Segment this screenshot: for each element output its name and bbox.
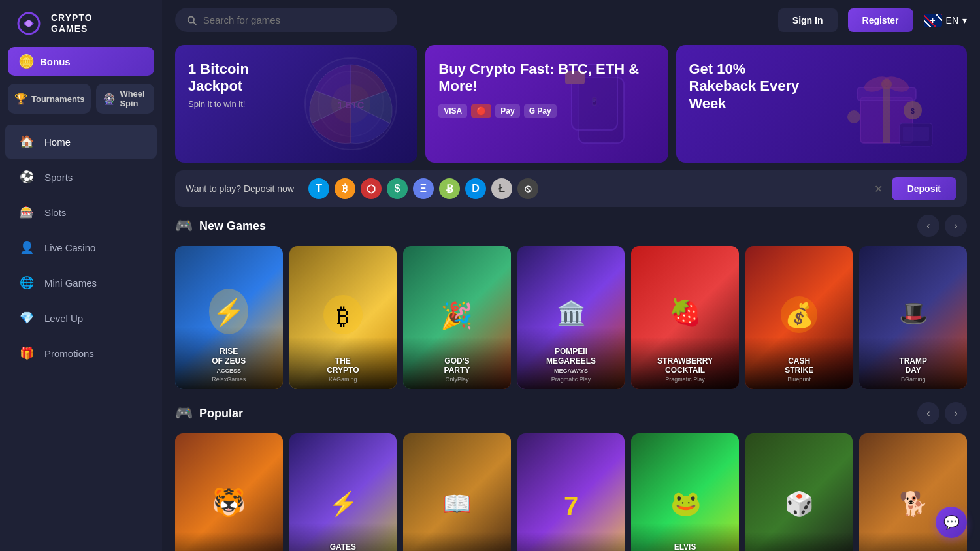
lang-label: EN (946, 15, 958, 25)
header: Sign In Register EN ▾ (162, 0, 980, 40)
bonus-icon: 🪙 (18, 54, 35, 69)
slots-icon: 🎰 (18, 204, 35, 221)
dash-icon: D (465, 178, 486, 199)
logo[interactable]: CRYPTO GAMES (0, 0, 162, 47)
new-games-section: 🎮 New Games ‹ › ⚡ RISEOF ZEUSAccess Rela… (162, 215, 980, 402)
logo-text-line1: CRYPTO (51, 12, 93, 24)
mini-games-icon: 🌐 (18, 274, 35, 291)
google-pay-logo: G Pay (524, 104, 557, 118)
bonus-button[interactable]: 🪙 Bonus (8, 47, 154, 76)
close-icon[interactable]: ✕ (874, 183, 883, 195)
game-card-elvis-frog[interactable]: 🐸 ELVISFROGTRUEWAYS Play (631, 433, 739, 551)
sign-in-button[interactable]: Sign In (778, 8, 838, 32)
popular-prev[interactable]: ‹ (917, 402, 939, 424)
popular-next[interactable]: › (945, 402, 967, 424)
live-casino-label: Live Casino (44, 242, 95, 253)
new-games-title: 🎮 New Games (175, 217, 266, 234)
promotions-icon: 🎁 (18, 345, 35, 362)
slots-label: Slots (44, 207, 66, 218)
visa-logo: VISA (438, 104, 467, 118)
language-button[interactable]: EN ▾ (924, 14, 967, 27)
wheel-spin-label: Wheel Spin (120, 89, 148, 108)
flag-icon (924, 14, 942, 27)
game-card-book-of-dead[interactable]: 📖 BOOKOF DEAD Play (403, 433, 511, 551)
home-icon: 🏠 (18, 133, 35, 150)
new-games-next[interactable]: › (945, 215, 967, 237)
rakeback-title: Get 10%Rakeback EveryWeek (689, 61, 955, 112)
svg-point-1 (25, 20, 32, 27)
new-games-nav: ‹ › (917, 215, 967, 237)
bch-icon: Ƀ (439, 178, 460, 199)
sidebar-item-mini-games[interactable]: 🌐 Mini Games (5, 266, 157, 300)
popular-section: 🎮 Popular ‹ › 🐯 WILDTIGER Play (162, 402, 980, 551)
level-up-label: Level Up (44, 313, 83, 324)
svg-line-3 (193, 22, 196, 24)
tournaments-button[interactable]: 🏆 Tournaments (8, 84, 91, 114)
banners: 1 BitcoinJackpot Spin it to win it! 1 BT… (162, 40, 980, 170)
popular-icon: 🎮 (175, 405, 193, 422)
wheel-spin-button[interactable]: 🎡 Wheel Spin (96, 84, 154, 114)
sidebar: CRYPTO GAMES 🪙 Bonus 🏆 Tournaments 🎡 Whe… (0, 0, 162, 551)
chevron-down-icon: ▾ (962, 15, 967, 25)
sports-icon: ⚽ (18, 168, 35, 185)
mini-games-label: Mini Games (44, 277, 97, 289)
wheel-spin-icon: 🎡 (103, 93, 116, 105)
game-card-olympus[interactable]: ⚡ GATESOF OLYMPUS1000 Play (289, 433, 397, 551)
game-card-cash-strike[interactable]: 💰 CASHSTRIKE Blueprint Play (745, 246, 853, 389)
mastercard-logo: 🔴 (471, 104, 491, 118)
jackpot-banner[interactable]: 1 BitcoinJackpot Spin it to win it! 1 BT… (175, 45, 417, 163)
other-crypto-icon: ⦸ (517, 178, 538, 199)
sports-label: Sports (44, 172, 73, 183)
tournaments-label: Tournaments (31, 94, 84, 104)
search-icon (187, 15, 197, 25)
sidebar-item-slots[interactable]: 🎰 Slots (5, 195, 157, 229)
register-button[interactable]: Register (848, 8, 913, 32)
sidebar-item-level-up[interactable]: 💎 Level Up (5, 301, 157, 335)
main-content: Sign In Register EN ▾ 1 BitcoinJackpot S… (162, 0, 980, 551)
sidebar-item-live-casino[interactable]: 👤 Live Casino (5, 230, 157, 264)
popular-header: 🎮 Popular ‹ › (175, 402, 967, 424)
new-games-label: New Games (199, 219, 266, 233)
popular-nav: ‹ › (917, 402, 967, 424)
eth-icon: Ξ (413, 178, 434, 199)
buy-crypto-title: Buy Crypto Fast: BTC, ETH & More! (438, 61, 655, 95)
buy-crypto-banner[interactable]: Buy Crypto Fast: BTC, ETH & More! VISA 🔴… (425, 45, 668, 163)
deposit-text: Want to play? Deposit now (186, 183, 294, 194)
game-card-lucky7[interactable]: 7 HOTLUCKY 7'S Play (517, 433, 625, 551)
ton2-icon: ⬡ (361, 178, 382, 199)
crypto-icons: T ₿ ⬡ $ Ξ Ƀ D Ł ⦸ (308, 178, 862, 199)
rakeback-banner[interactable]: Get 10%Rakeback EveryWeek $ (676, 45, 968, 163)
sidebar-item-sports[interactable]: ⚽ Sports (5, 160, 157, 194)
game-card-tramp[interactable]: 🎩 TRAMPDAY BGaming Play (859, 246, 967, 389)
quick-buttons: 🏆 Tournaments 🎡 Wheel Spin (8, 84, 154, 114)
game-card-wild-tiger[interactable]: 🐯 WILDTIGER Play (175, 433, 283, 551)
support-icon: 💬 (943, 514, 960, 530)
game-card-voodoo[interactable]: 🎲 VOODOODICE Play (745, 433, 853, 551)
new-games-header: 🎮 New Games ‹ › (175, 215, 967, 237)
new-games-prev[interactable]: ‹ (917, 215, 939, 237)
tournaments-icon: 🏆 (14, 93, 27, 105)
live-casino-icon: 👤 (18, 239, 35, 256)
promotions-label: Promotions (44, 348, 94, 359)
deposit-button[interactable]: Deposit (892, 177, 956, 200)
search-bar[interactable] (175, 8, 397, 32)
support-button[interactable]: 💬 (936, 507, 967, 538)
game-card-strawberry[interactable]: 🍓 STRAWBERRYCOCKTAIL Pragmatic Play Play (631, 246, 739, 389)
apple-pay-logo: Pay (495, 104, 519, 118)
usd-icon: $ (387, 178, 408, 199)
new-games-icon: 🎮 (175, 217, 193, 234)
game-card-crypto[interactable]: ₿ THECRYPTO KAGaming Play (289, 246, 397, 389)
game-card-pompeii[interactable]: 🏛️ POMPEIIMEGAREELSMEGAWAYS Pragmatic Pl… (517, 246, 625, 389)
logo-icon (13, 12, 44, 35)
sidebar-item-promotions[interactable]: 🎁 Promotions (5, 336, 157, 370)
search-input[interactable] (203, 14, 385, 25)
popular-title: 🎮 Popular (175, 405, 243, 422)
jackpot-title: 1 BitcoinJackpot (188, 61, 404, 95)
logo-text-line2: GAMES (51, 24, 93, 35)
game-card-gods-party[interactable]: 🎉 GOD'SPARTY OnlyPlay Play (403, 246, 511, 389)
sidebar-item-home[interactable]: 🏠 Home (5, 125, 157, 159)
game-card-rise-of-zeus[interactable]: ⚡ RISEOF ZEUSAccess RelaxGames Play (175, 246, 283, 389)
home-label: Home (44, 136, 71, 148)
bonus-label: Bonus (40, 56, 71, 67)
deposit-bar: Want to play? Deposit now T ₿ ⬡ $ Ξ Ƀ D … (175, 170, 967, 207)
